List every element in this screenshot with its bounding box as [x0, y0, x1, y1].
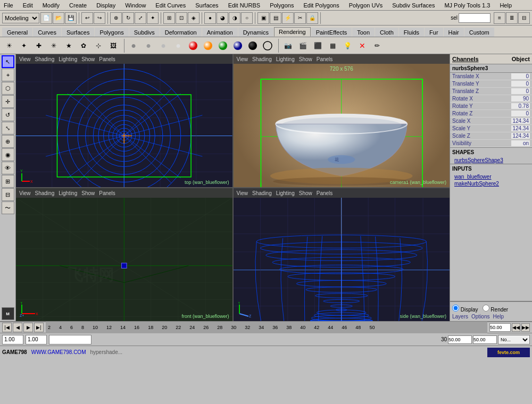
tool-universal[interactable]: ⊕ — [2, 135, 14, 148]
channel-ty-value[interactable]: 0 — [511, 81, 530, 87]
tb-misc5[interactable]: 🔒 — [306, 12, 318, 24]
channel-tz-value[interactable]: 0 — [511, 88, 530, 94]
channels-tab[interactable]: Channels — [452, 56, 479, 62]
channel-sz-value[interactable]: 124.34 — [511, 133, 530, 139]
channel-vis-value[interactable]: on — [511, 140, 530, 146]
tb-manip[interactable]: ✦ — [147, 12, 159, 24]
channel-rz-value[interactable]: 0 — [511, 111, 530, 116]
vp-menu-show-bl[interactable]: Show — [81, 190, 95, 196]
tool-scale2[interactable]: ⤡ — [2, 122, 14, 134]
inputs-item-0[interactable]: wan_blueflower — [450, 173, 532, 180]
icon-star[interactable]: ★ — [62, 39, 76, 53]
timeline-ruler[interactable]: 2 4 6 8 10 12 14 16 18 20 22 24 26 28 30… — [46, 322, 487, 333]
playback-end-input[interactable] — [473, 335, 497, 344]
tab-subdivs[interactable]: Subdivs — [129, 28, 160, 37]
menu-edit-curves[interactable]: Edit Curves — [154, 2, 187, 9]
tab-surfaces[interactable]: Surfaces — [62, 28, 94, 37]
icon-pen[interactable]: ✏ — [370, 39, 384, 53]
menu-surfaces[interactable]: Surfaces — [194, 2, 220, 9]
tool-soft[interactable]: ◉ — [2, 148, 14, 161]
render-radio-label[interactable]: Render — [483, 305, 509, 313]
tab-dynamics[interactable]: Dynamics — [238, 28, 273, 37]
icon-light[interactable]: 💡 — [340, 39, 354, 53]
vp-menu-panels-bl[interactable]: Panels — [99, 190, 115, 196]
vp-menu-lighting-bl[interactable]: Lighting — [59, 190, 77, 196]
vp-menu-shading-br[interactable]: Shading — [252, 190, 272, 196]
icon-sphere-blue[interactable] — [231, 39, 245, 53]
menu-edit-nurbs[interactable]: Edit NURBS — [227, 2, 262, 9]
tab-fluids[interactable]: Fluids — [399, 28, 424, 37]
menu-polygons[interactable]: Polygons — [268, 2, 295, 9]
render-radio[interactable] — [483, 305, 489, 312]
icon-flower[interactable]: ✿ — [77, 39, 90, 53]
tab-painteffects[interactable]: PaintEffects — [311, 28, 352, 37]
tab-rendering[interactable]: Rendering — [274, 27, 311, 37]
logo-website[interactable]: WWW.GAME798.COM — [31, 349, 86, 355]
vp-menu-view-tl[interactable]: View — [19, 56, 31, 62]
object-tab[interactable]: Object — [512, 56, 530, 62]
tb-misc2[interactable]: ▤ — [270, 12, 281, 24]
icon-sphere-full[interactable] — [186, 39, 200, 53]
tab-general[interactable]: General — [2, 28, 32, 37]
icon-sphere-med[interactable]: ● — [142, 39, 155, 53]
tool-select[interactable]: ↖ — [2, 55, 14, 68]
menu-window[interactable]: Window — [123, 2, 147, 9]
tb-snap2[interactable]: ⊡ — [176, 12, 187, 24]
icon-sphere-dark[interactable]: ● — [127, 39, 140, 53]
vp-menu-shading-bl[interactable]: Shading — [35, 190, 55, 196]
tb-right2[interactable]: ≣ — [506, 12, 518, 24]
menu-polygon-uvs[interactable]: Polygon UVs — [347, 2, 385, 9]
tab-polygons[interactable]: Polygons — [95, 28, 128, 37]
tb-rotate[interactable]: ↻ — [122, 12, 134, 24]
menu-create[interactable]: Create — [68, 2, 88, 9]
tb-right3[interactable]: ⊟ — [518, 12, 530, 24]
vp-menu-lighting-tr[interactable]: Lighting — [276, 56, 295, 62]
vp-menu-show-tl[interactable]: Show — [81, 56, 95, 62]
channel-ry-value[interactable]: 0.78 — [511, 103, 530, 109]
tab-fur[interactable]: Fur — [425, 28, 443, 37]
tab-animation[interactable]: Animation — [202, 28, 238, 37]
vp-menu-lighting-tl[interactable]: Lighting — [59, 56, 77, 62]
vp-menu-panels-tl[interactable]: Panels — [99, 56, 115, 62]
icon-sphere-green[interactable] — [216, 39, 230, 53]
tool-snap[interactable]: ⊞ — [2, 175, 14, 188]
tb-move[interactable]: ⊕ — [110, 12, 122, 24]
timeline-next[interactable]: ▶| — [34, 323, 44, 332]
tb-scale[interactable]: ⤢ — [135, 12, 146, 24]
icon-asterisk[interactable]: ✳ — [47, 39, 61, 53]
tb-render4[interactable]: ○ — [241, 12, 253, 24]
icon-x[interactable]: ✕ — [355, 39, 369, 53]
timeline-prev[interactable]: ◀ — [13, 323, 22, 332]
icon-cursor[interactable]: ⊹ — [92, 39, 105, 53]
vp-menu-view-br[interactable]: View — [237, 190, 248, 196]
tab-deformation[interactable]: Deformation — [160, 28, 202, 37]
vp-menu-view-bl[interactable]: View — [19, 190, 31, 196]
tab-hair[interactable]: Hair — [444, 28, 464, 37]
icon-render[interactable]: ⬛ — [311, 39, 325, 53]
tool-grid[interactable]: ⊟ — [2, 188, 14, 201]
icon-film[interactable]: 🎬 — [296, 39, 310, 53]
vp-menu-shading-tr[interactable]: Shading — [252, 56, 272, 62]
viewport-bottom-right[interactable]: View Shading Lighting Show Panels — [234, 188, 450, 321]
tool-rotate[interactable]: ↺ — [2, 108, 14, 121]
display-radio-label[interactable]: Display — [452, 305, 478, 313]
tab-cloth[interactable]: Cloth — [375, 28, 398, 37]
tb-snap3[interactable]: ◈ — [188, 12, 200, 24]
tb-render2[interactable]: ◕ — [217, 12, 228, 24]
tb-misc4[interactable]: ✂ — [294, 12, 306, 24]
menu-edit-polygons[interactable]: Edit Polygons — [302, 2, 340, 9]
channel-tx-value[interactable]: 0 — [511, 73, 530, 79]
sel-input[interactable] — [459, 13, 491, 23]
tab-toon[interactable]: Toon — [352, 28, 375, 37]
timeline-start[interactable]: |◀ — [2, 323, 12, 332]
icon-image[interactable]: 🖼 — [106, 39, 120, 53]
tool-move[interactable]: ✛ — [2, 95, 14, 108]
playback-select[interactable]: No... Normal — [498, 335, 530, 344]
icon-tex[interactable]: ▦ — [326, 39, 339, 53]
tb-new[interactable]: 📄 — [40, 12, 52, 24]
shapes-item[interactable]: nurbsSphereShape3 — [450, 157, 532, 164]
tool-lasso[interactable]: ⌖ — [2, 69, 14, 81]
menu-help[interactable]: Help — [498, 2, 513, 9]
vp-menu-show-tr[interactable]: Show — [299, 56, 312, 62]
menu-display[interactable]: Display — [95, 2, 117, 9]
